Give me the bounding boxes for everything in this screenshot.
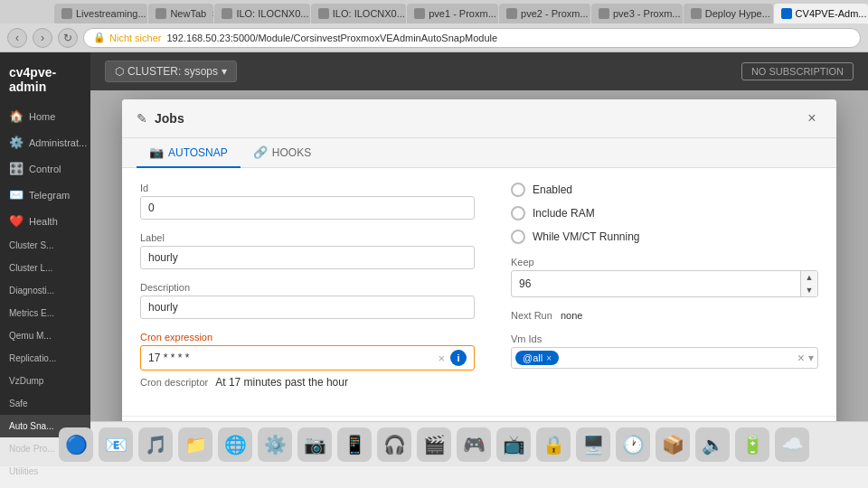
tab-autosnap[interactable]: 📷 AUTOSNAP: [137, 138, 241, 168]
checkbox-ram-row[interactable]: Include RAM: [511, 206, 818, 221]
vm-ids-dropdown-icon[interactable]: ▾: [808, 352, 814, 364]
tab-hooks[interactable]: 🔗 HOOKS: [241, 138, 324, 168]
modal-footer: CANCEL SAVE: [122, 416, 836, 421]
address-input[interactable]: 🔒 Nicht sicher 192.168.50.23:5000/Module…: [83, 28, 861, 48]
dock-archive[interactable]: 📦: [656, 427, 690, 462]
tab-label-2: NewTab: [170, 8, 206, 19]
form-group-description: Description: [140, 282, 475, 319]
dock-settings[interactable]: ⚙️: [258, 427, 292, 462]
dock-safari[interactable]: 🌐: [218, 427, 252, 462]
sidebar-label-safe: Safe: [9, 399, 28, 408]
address-text: 192.168.50.23:5000/Module/CorsinvestProx…: [166, 33, 497, 43]
tab-pve2[interactable]: pve2 - Proxm... ×: [499, 4, 590, 23]
back-button[interactable]: ‹: [7, 28, 27, 48]
taskbar: 🔵 📧 🎵 📁 🌐 ⚙️ 📷 📱 🎧 🎬 🎮 📺 🔒 🖥️ 🕐 📦 🔈 🔋 ☁️: [0, 421, 868, 466]
sidebar-item-cluster-s[interactable]: Cluster S...: [0, 234, 90, 257]
checkbox-running-row[interactable]: While VM/CT Running: [511, 230, 818, 244]
sidebar-item-telegram[interactable]: ✉️ Telegram: [0, 182, 90, 208]
tab-label-7: pve3 - Proxm...: [613, 8, 681, 19]
dock-podcasts[interactable]: 🎧: [377, 427, 411, 462]
checkbox-enabled[interactable]: [511, 183, 525, 197]
modal-header: ✎ Jobs ×: [122, 99, 836, 138]
sidebar-label-health: Health: [29, 216, 58, 227]
next-run-row: Next Run none: [511, 310, 818, 321]
tab-ilo2[interactable]: ILO: ILOCNX0... ×: [311, 4, 406, 23]
sidebar-item-cluster-l[interactable]: Cluster L...: [0, 257, 90, 279]
cron-expression-input[interactable]: [148, 352, 432, 364]
keep-increment-button[interactable]: ▲: [801, 271, 817, 284]
cron-info-icon[interactable]: i: [450, 350, 467, 366]
checkbox-enabled-label: Enabled: [533, 183, 572, 196]
forward-button[interactable]: ›: [33, 28, 52, 48]
checkbox-enabled-row[interactable]: Enabled: [511, 183, 818, 197]
id-label: Id: [140, 183, 475, 193]
dock-mail[interactable]: 📧: [99, 427, 133, 462]
id-input[interactable]: [140, 196, 475, 220]
checkbox-running[interactable]: [511, 230, 525, 244]
sidebar-label-qemu: Qemu M...: [9, 331, 52, 341]
tab-newtab[interactable]: NewTab ×: [148, 4, 213, 23]
cluster-label: CLUSTER: sysops: [127, 65, 218, 78]
dock-files[interactable]: 📁: [178, 427, 212, 462]
dock-battery[interactable]: 🔋: [735, 427, 769, 462]
cluster-button[interactable]: ⬡ CLUSTER: sysops ▾: [105, 61, 237, 82]
sidebar-item-admin[interactable]: ⚙️ Administrat...: [0, 129, 90, 155]
checkbox-running-label: While VM/CT Running: [533, 230, 640, 243]
dock-appstore[interactable]: 🎮: [457, 427, 491, 462]
sidebar-item-replication[interactable]: Replicatio...: [0, 347, 90, 370]
tab-cv4pve[interactable]: CV4PVE-Adm... ×: [774, 4, 868, 23]
sidebar-item-metrics[interactable]: Metrics E...: [0, 302, 90, 324]
modal-close-button[interactable]: ×: [802, 108, 822, 128]
keep-decrement-button[interactable]: ▼: [801, 284, 817, 296]
reload-button[interactable]: ↻: [58, 28, 78, 48]
control-icon: 🎛️: [9, 162, 24, 175]
dock-clock[interactable]: 🕐: [616, 427, 650, 462]
sidebar-item-utilities[interactable]: Utilities: [0, 460, 90, 483]
form-right: Enabled Include RAM While VM/CT Running: [511, 183, 818, 401]
sidebar-item-health[interactable]: ❤️ Health: [0, 208, 90, 234]
dock-finder[interactable]: 🔵: [59, 427, 93, 462]
sidebar-item-safe[interactable]: Safe: [0, 392, 90, 415]
sidebar-label-autosnap: Auto Sna...: [9, 421, 53, 431]
next-run-label: Next Run: [511, 310, 552, 321]
checkbox-ram[interactable]: [511, 206, 525, 221]
cron-descriptor-label: Cron descriptor: [140, 377, 208, 388]
dock-volume[interactable]: 🔈: [695, 427, 730, 462]
sidebar-item-vzdump[interactable]: VzDump: [0, 370, 90, 392]
tab-pve3[interactable]: pve3 - Proxm... ×: [591, 4, 683, 23]
tab-deploy[interactable]: Deploy Hype... ×: [684, 4, 773, 23]
vm-tag-close-icon[interactable]: ×: [546, 353, 552, 363]
vm-ids-clear-icon[interactable]: ×: [797, 351, 805, 365]
tab-ilo1[interactable]: ILO: ILOCNX0... ×: [214, 4, 309, 23]
sidebar-item-home[interactable]: 🏠 Home: [0, 103, 90, 129]
tab-pve1[interactable]: pve1 - Proxm... ×: [407, 4, 498, 23]
cron-clear-icon[interactable]: ×: [438, 352, 445, 365]
sidebar-label-nodeprotect: Node Pro...: [9, 444, 55, 454]
dock-cloud[interactable]: ☁️: [775, 427, 809, 462]
sidebar-item-diagnostics[interactable]: Diagnosti...: [0, 279, 90, 302]
dock-photos[interactable]: 📷: [297, 427, 332, 462]
dock-video[interactable]: 🎬: [417, 427, 451, 462]
cluster-icon: ⬡: [115, 65, 124, 78]
dock-music[interactable]: 🎵: [138, 427, 173, 462]
vm-ids-row: @all × × ▾: [511, 347, 818, 369]
tab-close-icon-2[interactable]: ×: [212, 9, 213, 19]
modal-title: Jobs: [155, 111, 795, 126]
tab-bar: Livestreaming... × NewTab × ILO: ILOCNX0…: [0, 0, 868, 23]
dock-tv[interactable]: 📺: [496, 427, 531, 462]
tab-favicon-4: [318, 8, 329, 19]
cron-descriptor-value: At 17 minutes past the hour: [215, 376, 348, 389]
label-input[interactable]: [140, 246, 475, 269]
description-label: Description: [140, 282, 475, 293]
sidebar-item-qemu[interactable]: Qemu M...: [0, 324, 90, 347]
dock-messages[interactable]: 📱: [337, 427, 372, 462]
vm-ids-label: Vm Ids: [511, 333, 818, 344]
dock-security[interactable]: 🔒: [536, 427, 571, 462]
dock-terminal[interactable]: 🖥️: [576, 427, 610, 462]
sidebar-item-control[interactable]: 🎛️ Control: [0, 155, 90, 182]
sidebar-item-support[interactable]: Support: [0, 483, 90, 488]
tab-livestreaming[interactable]: Livestreaming... ×: [54, 4, 147, 23]
description-input[interactable]: [140, 296, 475, 319]
cluster-chevron-icon: ▾: [222, 65, 227, 78]
keep-input[interactable]: [512, 273, 800, 295]
